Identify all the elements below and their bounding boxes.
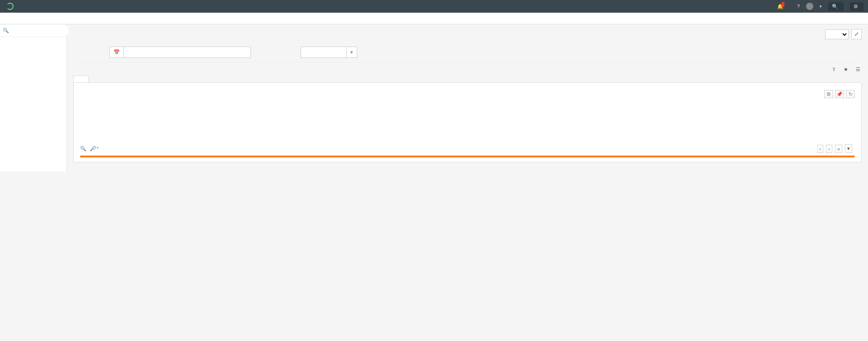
page-size-select[interactable]: ▾	[845, 144, 852, 153]
export-as-button[interactable]: ⇪	[832, 66, 837, 72]
sidebar-search-input[interactable]	[9, 26, 68, 35]
bar-chart	[314, 90, 621, 140]
chart-pin-icon[interactable]: 📌	[835, 90, 844, 98]
add-to-button[interactable]: ★	[844, 66, 849, 72]
help-icon[interactable]: ?	[797, 4, 800, 9]
search-icon[interactable]: 🔍	[80, 146, 86, 152]
user-avatar-icon[interactable]	[806, 3, 813, 10]
chart-panel: ⚙ 📌 ↻ 🔍 🔎⁺ ‹ › » ▾	[73, 82, 862, 162]
chart-settings-icon[interactable]: ⚙	[824, 90, 833, 98]
hours-value	[301, 50, 346, 55]
top-bar: 🔔 ? ▾ 🔍 ⚙	[0, 0, 868, 13]
chart-refresh-icon[interactable]: ↻	[846, 90, 855, 98]
tab-folder-permission-changes[interactable]	[73, 76, 89, 82]
bell-icon[interactable]: 🔔	[777, 4, 784, 9]
sub-bar	[0, 13, 868, 24]
more-button[interactable]: ☰	[856, 66, 862, 72]
calendar-icon: 📅	[110, 47, 124, 57]
period-picker[interactable]: 📅	[109, 47, 251, 58]
pager-next[interactable]: ›	[826, 145, 832, 153]
period-value	[124, 50, 250, 55]
results-table-highlight	[80, 156, 855, 157]
brand-swirl-icon	[6, 3, 14, 10]
brand-logo	[5, 3, 14, 10]
pager-prev[interactable]: ‹	[817, 145, 824, 153]
filter-icon[interactable]: 🔎⁺	[90, 146, 99, 152]
hours-picker[interactable]: ▾	[301, 47, 357, 58]
filter-row: 📅 ▾	[73, 42, 862, 63]
domain-settings-link[interactable]: ⚙	[850, 2, 863, 11]
search-icon: 🔍	[3, 28, 9, 33]
domain-select[interactable]	[825, 29, 849, 39]
sidebar: 🔍	[0, 24, 67, 171]
main-content: ⤢ 📅 ▾ ⇪ ★ ☰ ⚙	[67, 24, 868, 171]
chevron-down-icon: ▾	[346, 47, 357, 57]
domain-expand-button[interactable]: ⤢	[851, 29, 862, 39]
top-right: 🔔 ? ▾ 🔍 ⚙	[764, 2, 863, 11]
user-caret-icon[interactable]: ▾	[820, 4, 822, 9]
global-search[interactable]: 🔍	[828, 2, 844, 11]
pager-last[interactable]: »	[835, 145, 842, 153]
